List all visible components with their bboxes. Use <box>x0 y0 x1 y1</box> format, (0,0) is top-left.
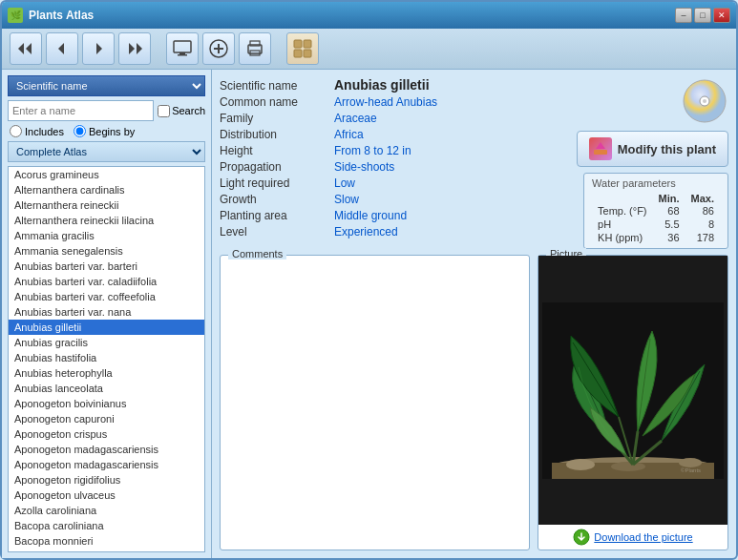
download-link[interactable]: Download the picture <box>569 525 696 550</box>
atlas-select[interactable]: Complete Atlas <box>8 141 205 162</box>
common-name-row: Common name Arrow-head Anubias <box>220 95 567 109</box>
svg-marker-23 <box>596 142 605 149</box>
col-empty <box>592 193 652 204</box>
list-item[interactable]: Aponogeton capuroni <box>9 411 204 426</box>
common-name-label: Common name <box>220 95 334 109</box>
next-btn[interactable] <box>82 32 115 65</box>
forward-btn[interactable] <box>118 32 151 65</box>
fields-table: Scientific name Anubias gilletii Common … <box>220 77 567 249</box>
svg-marker-2 <box>58 43 64 54</box>
window-title: Plants Atlas <box>29 9 94 22</box>
list-item[interactable]: Azolla caroliniana <box>9 503 204 518</box>
temp-max: 86 <box>685 204 720 218</box>
svg-marker-4 <box>129 43 135 54</box>
list-item[interactable]: Ammania senegalensis <box>9 243 204 259</box>
list-item[interactable]: Bacopa monnieri <box>9 533 204 549</box>
ph-min: 5.5 <box>653 218 685 231</box>
svg-point-28 <box>679 458 702 467</box>
list-item[interactable]: Anubias barteri var. nana <box>9 304 204 320</box>
modify-icon <box>589 137 612 160</box>
list-item[interactable]: Aponogeton ulvaceus <box>9 487 204 503</box>
svg-rect-8 <box>178 54 187 56</box>
search-checkbox[interactable] <box>158 105 170 117</box>
svg-marker-0 <box>18 43 24 54</box>
right-side: Modify this plant Water parameters Min. … <box>577 77 728 249</box>
maximize-btn[interactable]: □ <box>694 8 711 23</box>
search-row: Search <box>8 100 205 121</box>
app-icon: 🌿 <box>8 8 23 23</box>
list-item[interactable]: Alternanthera reineckii lilacina <box>9 213 204 228</box>
atlas-dropdown-row: Complete Atlas <box>8 141 205 162</box>
minimize-btn[interactable]: – <box>675 8 692 23</box>
svg-marker-3 <box>96 43 102 54</box>
temp-row: Temp. (°F) 68 86 <box>592 204 720 218</box>
list-item[interactable]: Anubias heterophylla <box>9 365 204 381</box>
window-controls: – □ ✕ <box>675 8 730 23</box>
back-btn[interactable] <box>10 32 42 65</box>
svg-rect-22 <box>594 150 607 155</box>
list-item[interactable]: Aponogeton madagascariensis <box>9 457 204 472</box>
svg-text:©Plants: ©Plants <box>681 467 701 473</box>
svg-rect-17 <box>294 50 302 57</box>
comments-title: Comments <box>228 248 286 259</box>
water-params: Water parameters Min. Max. <box>583 173 728 249</box>
svg-point-21 <box>703 99 706 103</box>
begins-by-radio[interactable] <box>74 125 86 137</box>
list-item[interactable]: Alternanthera reineckii <box>9 197 204 213</box>
list-item[interactable]: Aponogeton boivinianus <box>9 396 204 411</box>
close-btn[interactable]: ✕ <box>713 8 730 23</box>
water-table: Min. Max. Temp. (°F) 68 86 <box>592 193 720 244</box>
list-item[interactable]: Ammania gracilis <box>9 228 204 243</box>
planting-value: Middle ground <box>334 209 407 222</box>
list-item[interactable]: Aponogeton rigidifolius <box>9 472 204 487</box>
kh-row: KH (ppm) 36 178 <box>592 231 720 244</box>
svg-marker-1 <box>26 43 32 54</box>
sci-name-select[interactable]: Scientific name <box>8 75 205 96</box>
distribution-value: Africa <box>334 128 364 141</box>
list-item[interactable]: Anubias barteri var. barteri <box>9 259 204 274</box>
distribution-label: Distribution <box>220 128 334 141</box>
add-btn[interactable] <box>202 32 235 65</box>
col-max: Max. <box>685 193 720 204</box>
modify-btn-label: Modify this plant <box>618 142 716 156</box>
list-item[interactable]: Anubias barteri var. caladiifolia <box>9 274 204 289</box>
list-item[interactable]: Bacopa caroliniana <box>9 518 204 533</box>
modify-plant-button[interactable]: Modify this plant <box>577 131 728 167</box>
planting-row: Planting area Middle ground <box>220 209 567 222</box>
list-item[interactable]: Acorus gramineus <box>9 167 204 182</box>
list-item[interactable]: Anubias barteri var. coffeefolia <box>9 289 204 304</box>
svg-rect-7 <box>179 52 185 54</box>
search-input[interactable] <box>8 100 154 121</box>
svg-rect-6 <box>174 41 191 52</box>
includes-radio[interactable] <box>10 125 22 137</box>
propagation-label: Propagation <box>220 160 334 174</box>
planting-label: Planting area <box>220 209 334 222</box>
prev-btn[interactable] <box>46 32 78 65</box>
level-row: Level Experienced <box>220 225 567 239</box>
plant-list[interactable]: Acorus gramineusAlternanthera cardinalis… <box>8 166 205 552</box>
list-item[interactable]: Anubias gilletii <box>9 320 204 335</box>
list-item[interactable]: Alternanthera cardinalis <box>9 182 204 197</box>
list-item[interactable]: Anubias hastifolia <box>9 350 204 365</box>
screen-btn[interactable] <box>166 32 199 65</box>
list-item[interactable]: Anubias gracilis <box>9 335 204 350</box>
growth-label: Growth <box>220 193 334 206</box>
growth-value: Slow <box>334 193 359 206</box>
ph-row: pH 5.5 8 <box>592 218 720 231</box>
toolbar <box>2 29 736 70</box>
includes-label: Includes <box>25 126 64 137</box>
begins-by-label: Begins by <box>89 126 135 137</box>
list-item[interactable]: Anubias lanceolata <box>9 381 204 396</box>
propagation-row: Propagation Side-shoots <box>220 160 567 174</box>
temp-min: 68 <box>653 204 685 218</box>
list-item[interactable]: Aponogeton crispus <box>9 426 204 442</box>
comments-box: Comments <box>220 255 530 550</box>
right-panel: Scientific name Anubias gilletii Common … <box>212 70 736 558</box>
download-label: Download the picture <box>594 531 692 543</box>
plant-image: ©Plants <box>538 256 727 525</box>
family-value: Araceae <box>334 112 377 125</box>
list-item[interactable]: Aponogeton madagascariensis <box>9 442 204 457</box>
height-value: From 8 to 12 in <box>334 144 411 157</box>
print-btn[interactable] <box>239 32 271 65</box>
settings-btn[interactable] <box>286 32 319 65</box>
